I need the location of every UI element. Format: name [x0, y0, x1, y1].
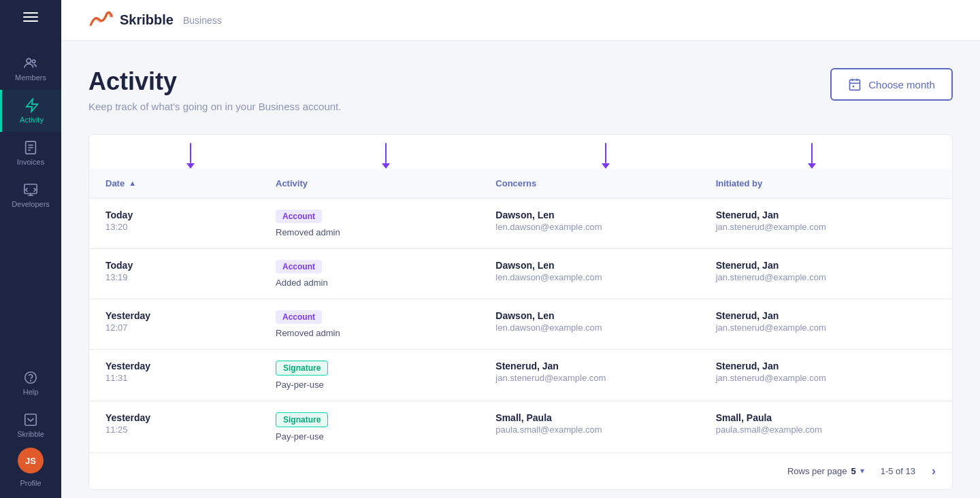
- date-time: 12:07: [105, 322, 276, 333]
- sidebar-item-activity-label: Activity: [20, 116, 44, 124]
- date-day: Yesterday: [105, 412, 276, 423]
- cell-initiated-2: Stenerud, Jan jan.stenerud@example.com: [716, 310, 936, 333]
- activity-badge: Account: [276, 260, 322, 273]
- cell-initiated-1: Stenerud, Jan jan.stenerud@example.com: [716, 260, 936, 282]
- activity-badge: Account: [276, 210, 322, 223]
- svg-rect-11: [25, 414, 37, 426]
- initiator-email: jan.stenerud@example.com: [716, 322, 936, 333]
- concern-email: jan.stenerud@example.com: [495, 373, 715, 383]
- cell-concerns-3: Stenerud, Jan jan.stenerud@example.com: [495, 361, 715, 383]
- sidebar-nav: Members Activity Invoices: [0, 34, 61, 363]
- initiator-email: jan.stenerud@example.com: [716, 222, 936, 232]
- activity-desc: Removed admin: [276, 328, 495, 338]
- cell-date-1: Today 13:19: [105, 260, 276, 282]
- sidebar-bottom: Help Skribble JS Profile: [17, 363, 44, 498]
- annotation-arrow-date: [105, 143, 276, 169]
- developers-icon: [23, 182, 38, 197]
- menu-button[interactable]: [0, 0, 61, 34]
- initiator-name: Small, Paula: [716, 412, 936, 423]
- cell-activity-3: Signature Pay-per-use: [276, 361, 495, 390]
- cell-initiated-4: Small, Paula paula.small@example.com: [716, 412, 936, 435]
- svg-point-1: [32, 60, 35, 63]
- sidebar-item-skribble[interactable]: Skribble: [17, 405, 44, 445]
- page-title-section: Activity Keep track of what's going on i…: [88, 68, 341, 112]
- page-subtitle: Keep track of what's going on in your Bu…: [88, 101, 341, 112]
- sidebar-item-members[interactable]: Members: [0, 48, 61, 90]
- table-row: Today 13:20 Account Removed admin Dawson…: [89, 199, 952, 249]
- profile-avatar[interactable]: JS: [18, 448, 44, 474]
- sidebar-item-skribble-label: Skribble: [17, 430, 44, 438]
- cell-concerns-4: Small, Paula paula.small@example.com: [495, 412, 715, 435]
- activity-desc: Added admin: [276, 278, 495, 288]
- choose-month-button[interactable]: Choose month: [830, 68, 953, 101]
- invoices-icon: [23, 140, 38, 155]
- initiator-email: paula.small@example.com: [716, 425, 936, 435]
- cell-activity-0: Account Removed admin: [276, 210, 495, 237]
- annotation-arrow-concerns: [495, 143, 715, 169]
- annotation-arrow-activity: [276, 143, 495, 169]
- initiator-name: Stenerud, Jan: [716, 210, 936, 220]
- sidebar-item-help[interactable]: Help: [17, 363, 44, 403]
- svg-point-0: [27, 59, 31, 63]
- date-time: 13:19: [105, 272, 276, 282]
- activity-icon: [24, 98, 39, 113]
- page-header: Activity Keep track of what's going on i…: [88, 68, 953, 112]
- sidebar-item-members-label: Members: [15, 73, 46, 82]
- sidebar-item-help-label: Help: [23, 388, 39, 396]
- concern-email: len.dawson@example.com: [495, 272, 715, 282]
- table-row: Yesterday 11:31 Signature Pay-per-use St…: [89, 350, 952, 401]
- app-tag: Business: [183, 15, 222, 26]
- main-content: Skribble Business Activity Keep track of…: [61, 0, 980, 498]
- concern-name: Dawson, Len: [495, 260, 715, 271]
- table-body: Today 13:20 Account Removed admin Dawson…: [89, 199, 952, 452]
- date-day: Today: [105, 210, 276, 220]
- rows-per-page-value: 5: [851, 466, 855, 476]
- page-info: 1-5 of 13: [881, 466, 915, 476]
- cell-concerns-0: Dawson, Len len.dawson@example.com: [495, 210, 715, 232]
- date-day: Yesterday: [105, 310, 276, 321]
- logo: Skribble Business: [88, 11, 222, 30]
- sidebar-item-developers[interactable]: Developers: [0, 174, 61, 216]
- help-icon: [23, 370, 38, 385]
- date-time: 11:31: [105, 373, 276, 383]
- activity-desc: Removed admin: [276, 227, 495, 237]
- initiator-name: Stenerud, Jan: [716, 361, 936, 371]
- cell-activity-1: Account Added admin: [276, 260, 495, 288]
- date-day: Today: [105, 260, 276, 271]
- initiator-name: Stenerud, Jan: [716, 260, 936, 271]
- date-time: 11:25: [105, 425, 276, 435]
- rows-per-page: Rows per page 5 ▾: [787, 466, 864, 476]
- activity-desc: Pay-per-use: [276, 380, 495, 390]
- concern-name: Stenerud, Jan: [495, 361, 715, 371]
- col-header-activity: Activity: [276, 178, 495, 188]
- date-day: Yesterday: [105, 361, 276, 371]
- cell-initiated-3: Stenerud, Jan jan.stenerud@example.com: [716, 361, 936, 383]
- table-row: Yesterday 11:25 Signature Pay-per-use Sm…: [89, 401, 952, 452]
- cell-activity-4: Signature Pay-per-use: [276, 412, 495, 442]
- sort-icon-date: ▲: [129, 179, 136, 187]
- skribble-nav-icon: [23, 412, 38, 427]
- initiator-name: Stenerud, Jan: [716, 310, 936, 321]
- activity-badge: Account: [276, 310, 322, 324]
- concern-name: Small, Paula: [495, 412, 715, 423]
- cell-date-0: Today 13:20: [105, 210, 276, 232]
- next-page-button[interactable]: ›: [932, 464, 936, 478]
- cell-date-4: Yesterday 11:25: [105, 412, 276, 435]
- sidebar: Members Activity Invoices: [0, 0, 61, 498]
- cell-initiated-0: Stenerud, Jan jan.stenerud@example.com: [716, 210, 936, 232]
- svg-rect-16: [853, 86, 855, 88]
- sidebar-item-activity[interactable]: Activity: [0, 90, 61, 132]
- hamburger-icon: [23, 12, 38, 22]
- dropdown-icon[interactable]: ▾: [860, 466, 864, 476]
- concern-email: paula.small@example.com: [495, 425, 715, 435]
- date-time: 13:20: [105, 222, 276, 232]
- activity-badge: Signature: [276, 361, 328, 376]
- sidebar-item-invoices[interactable]: Invoices: [0, 132, 61, 174]
- col-header-date[interactable]: Date ▲: [105, 178, 276, 188]
- header: Skribble Business: [61, 0, 980, 41]
- activity-badge: Signature: [276, 412, 328, 427]
- rows-per-page-label: Rows per page: [787, 466, 847, 476]
- col-header-concerns: Concerns: [495, 178, 715, 188]
- choose-month-label: Choose month: [868, 79, 935, 90]
- cell-concerns-1: Dawson, Len len.dawson@example.com: [495, 260, 715, 282]
